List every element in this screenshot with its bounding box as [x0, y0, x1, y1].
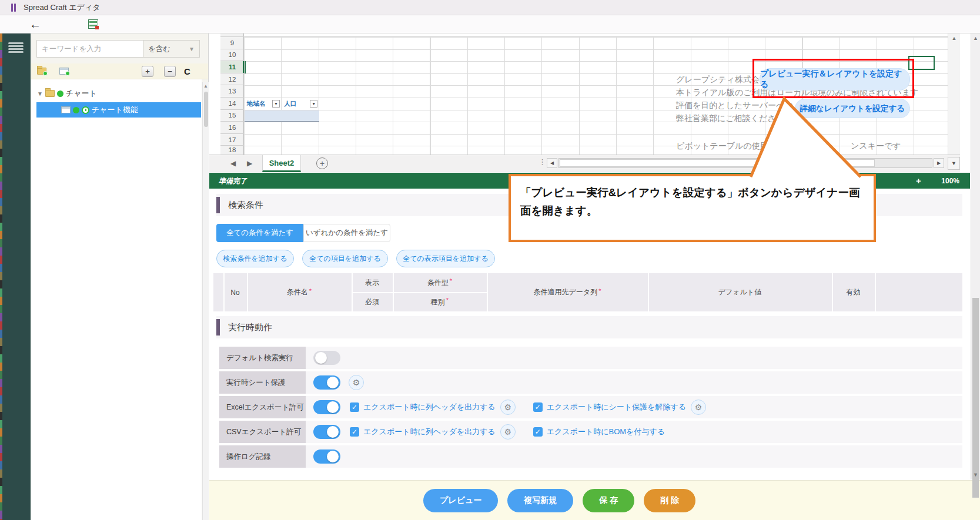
csv-export-toggle[interactable] — [313, 425, 340, 439]
next-sheet-icon[interactable]: ▶ — [247, 159, 252, 167]
horizontal-scrollbar-thumb[interactable] — [560, 159, 875, 167]
match-type-select[interactable]: を含む ▼ — [143, 40, 200, 58]
tree-expander-icon[interactable]: ▼ — [37, 90, 43, 97]
sidebar-scrollbar[interactable]: ▲ — [202, 82, 209, 520]
button-label: 全ての項目を追加する — [309, 254, 380, 264]
hscroll-right-icon[interactable]: ▶ — [934, 158, 944, 168]
add-folder-icon[interactable] — [37, 68, 46, 75]
button-label: 検索条件を追加する — [223, 254, 287, 264]
match-type-value: を含む — [148, 44, 170, 54]
scrollbar-thumb[interactable] — [972, 298, 979, 498]
excel-icon-red-dot — [95, 26, 99, 29]
detail-layout-button[interactable]: 詳細なレイアウトを設定する — [795, 99, 910, 118]
preview-button[interactable]: プレビュー — [423, 489, 498, 512]
page-vertical-scrollbar[interactable]: ▲ ▼ — [971, 33, 980, 479]
sheet-vertical-scrollbar[interactable]: ▲ — [948, 33, 960, 155]
tree-item-chart-function[interactable]: チャート機能 — [36, 102, 201, 118]
tree-item-chart[interactable]: ▼ チャート — [37, 87, 97, 100]
match-all-tab[interactable]: 全ての条件を満たす — [216, 224, 303, 242]
col-default-value: デフォルト値 — [648, 273, 832, 311]
sheet-tab-label: Sheet2 — [269, 159, 295, 167]
row-label: デフォルト検索実行 — [219, 347, 306, 369]
sheet-tab[interactable]: Sheet2 — [262, 155, 301, 172]
row-header[interactable]: 13 — [220, 85, 244, 98]
filter-dropdown-icon[interactable]: ▼ — [310, 100, 317, 108]
collapse-all-button[interactable]: − — [164, 66, 176, 77]
excel-header-checkbox[interactable]: ✓ — [350, 402, 359, 412]
row-header[interactable]: 14 — [220, 98, 244, 110]
required-mark: * — [450, 277, 452, 284]
checkbox-label[interactable]: エクスポート時に列ヘッダを出力する — [363, 427, 496, 437]
tabbar-splitter-icon[interactable]: ⋮ — [539, 157, 546, 166]
add-sheet-icon[interactable]: + — [316, 157, 328, 169]
gear-icon[interactable]: ⚙ — [500, 424, 516, 440]
gear-icon[interactable]: ⚙ — [349, 375, 364, 390]
green-status-dot — [73, 107, 79, 113]
add-view-icon[interactable] — [59, 68, 69, 75]
excel-export-toggle[interactable] — [313, 400, 340, 414]
green-plus-dot — [43, 71, 48, 76]
add-all-display-items-button[interactable]: 全ての表示項目を追加する — [396, 250, 495, 267]
chevron-down-icon: ▼ — [189, 46, 195, 52]
search-input[interactable] — [36, 40, 143, 58]
tree-toolbar: + − C — [31, 63, 208, 79]
add-search-condition-button[interactable]: 検索条件を追加する — [216, 250, 294, 267]
col-no: No — [223, 273, 247, 311]
scrollbar-thumb[interactable] — [204, 92, 208, 127]
gear-icon[interactable]: ⚙ — [691, 400, 706, 415]
row-header-active[interactable]: 11 — [220, 61, 244, 73]
hscroll-left-icon[interactable]: ◀ — [547, 158, 557, 168]
folder-icon — [45, 90, 55, 97]
scroll-up-icon[interactable]: ▲ — [971, 35, 980, 41]
copy-new-button[interactable]: 複写新規 — [507, 489, 573, 512]
vscroll-down-icon[interactable]: ▼ — [948, 157, 960, 170]
tab-label: 全ての条件を満たす — [226, 228, 293, 238]
col-name: 条件名* — [247, 273, 352, 311]
titlebar: Spread Craft エディタ — [0, 0, 980, 15]
button-label: 全ての表示項目を追加する — [403, 254, 488, 264]
excel-unprotect-checkbox[interactable]: ✓ — [533, 402, 543, 412]
filter-header-region: 地域名 ▼ — [245, 98, 281, 110]
gear-icon[interactable]: ⚙ — [500, 400, 516, 415]
checkbox-label[interactable]: エクスポート時にシート保護を解除する — [547, 402, 686, 412]
csv-bom-checkbox[interactable]: ✓ — [533, 427, 543, 437]
row-header[interactable]: 17 — [220, 134, 244, 146]
scroll-up-icon[interactable]: ▲ — [203, 83, 209, 89]
row-header[interactable]: 18 — [220, 146, 244, 154]
prev-sheet-icon[interactable]: ◀ — [230, 159, 236, 167]
sheet-protect-toggle[interactable] — [313, 375, 340, 390]
zoom-in-icon[interactable]: + — [916, 176, 921, 186]
pivot-notice-left: ピボットテーブルの使用 — [676, 139, 768, 152]
conditions-table-header: No 条件名* 表示 必須 条件型* 種別* 条件適用先データ列* デフォルト値… — [213, 273, 962, 311]
zoom-control: + 100% — [912, 173, 963, 189]
default-search-toggle[interactable] — [313, 351, 340, 365]
expand-all-button[interactable]: + — [142, 66, 153, 77]
row-header[interactable]: 15 — [220, 110, 244, 122]
scroll-up-icon[interactable]: ▲ — [948, 35, 960, 41]
highlight-rectangle — [752, 59, 914, 98]
section-accent-bar — [216, 319, 220, 336]
csv-header-checkbox[interactable]: ✓ — [350, 427, 359, 437]
add-all-items-button[interactable]: 全ての項目を追加する — [302, 250, 388, 267]
excel-file-icon[interactable] — [88, 19, 98, 29]
row-header[interactable]: 16 — [220, 122, 244, 134]
checkbox-label[interactable]: エクスポート時に列ヘッダを出力する — [363, 402, 496, 412]
row-header[interactable]: 10 — [220, 49, 244, 62]
refresh-tree-button[interactable]: C — [184, 66, 190, 76]
row-header[interactable]: 9 — [220, 37, 244, 49]
match-any-tab[interactable]: いずれかの条件を満たす — [303, 224, 390, 242]
hamburger-menu-icon[interactable] — [8, 40, 24, 55]
green-plus-dot — [65, 71, 70, 76]
tab-label: いずれかの条件を満たす — [306, 228, 388, 238]
checkbox-label[interactable]: エクスポート時にBOMを付与する — [547, 427, 665, 437]
excel-icon-line — [89, 21, 97, 23]
row-header[interactable]: 12 — [220, 73, 244, 86]
save-button[interactable]: 保 存 — [583, 489, 634, 512]
back-button[interactable]: ← — [29, 16, 41, 32]
zoom-level: 100% — [941, 177, 959, 185]
scroll-down-icon[interactable]: ▼ — [971, 472, 980, 478]
delete-button[interactable]: 削 除 — [644, 489, 695, 512]
filter-dropdown-icon[interactable]: ▼ — [272, 100, 280, 108]
section-title: 検索条件 — [228, 200, 263, 211]
operation-log-toggle[interactable] — [313, 449, 340, 464]
